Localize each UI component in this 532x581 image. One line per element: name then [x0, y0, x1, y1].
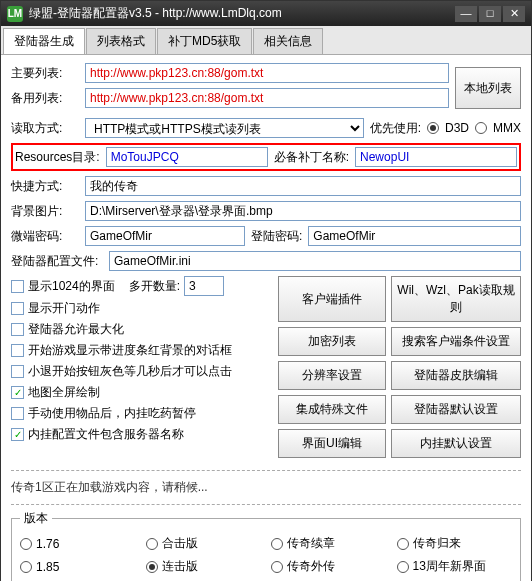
- resources-label: Resources目录:: [15, 149, 100, 166]
- maximize-button[interactable]: □: [479, 6, 501, 22]
- read-mode-label: 读取方式:: [11, 120, 79, 137]
- backup-list-input[interactable]: [85, 88, 449, 108]
- d3d-radio[interactable]: [427, 122, 439, 134]
- guilai-radio[interactable]: [397, 538, 409, 550]
- maximize-checkbox[interactable]: [11, 323, 24, 336]
- micro-pwd-input[interactable]: [85, 226, 245, 246]
- tab-info[interactable]: 相关信息: [253, 28, 323, 54]
- tab-list-format[interactable]: 列表格式: [86, 28, 156, 54]
- patch-input[interactable]: [355, 147, 517, 167]
- heji-label: 合击版: [162, 535, 198, 552]
- guilai-label: 传奇归来: [413, 535, 461, 552]
- v176-label: 1.76: [36, 537, 59, 551]
- skin-editor-button[interactable]: 登陆器皮肤编辑: [391, 361, 521, 390]
- gray-button-checkbox[interactable]: [11, 365, 24, 378]
- mmx-radio[interactable]: [475, 122, 487, 134]
- patch-label: 必备补丁名称:: [274, 149, 349, 166]
- config-servername-checkbox[interactable]: ✓: [11, 428, 24, 441]
- main-list-input[interactable]: [85, 63, 449, 83]
- client-plugin-button[interactable]: 客户端插件: [278, 276, 386, 322]
- plugin-default-button[interactable]: 内挂默认设置: [391, 429, 521, 458]
- anniversary-label: 13周年新界面: [413, 558, 486, 575]
- wil-rules-button[interactable]: Wil、Wzl、Pak读取规则: [391, 276, 521, 322]
- window-title: 绿盟-登陆器配置器v3.5 - http://www.LmDlq.com: [29, 5, 449, 22]
- lianji-label: 连击版: [162, 558, 198, 575]
- config-servername-label: 内挂配置文件包含服务器名称: [28, 426, 184, 443]
- tab-patch-md5[interactable]: 补丁MD5获取: [157, 28, 252, 54]
- progress-dialog-label: 开始游戏显示带进度条红背景的对话框: [28, 342, 232, 359]
- lianji-radio[interactable]: [146, 561, 158, 573]
- shortcut-input[interactable]: [85, 176, 521, 196]
- prefer-label: 优先使用:: [370, 120, 421, 137]
- show1024-label: 显示1024的界面: [28, 278, 115, 295]
- waichuan-label: 传奇外传: [287, 558, 335, 575]
- manual-item-checkbox[interactable]: [11, 407, 24, 420]
- anniversary-radio[interactable]: [397, 561, 409, 573]
- tab-generator[interactable]: 登陆器生成: [3, 28, 85, 54]
- progress-dialog-checkbox[interactable]: [11, 344, 24, 357]
- gray-button-label: 小退开始按钮灰色等几秒后才可以点击: [28, 363, 232, 380]
- login-pwd-input[interactable]: [308, 226, 521, 246]
- app-icon: LM: [7, 6, 23, 22]
- config-input[interactable]: [109, 251, 521, 271]
- search-client-button[interactable]: 搜索客户端条件设置: [391, 327, 521, 356]
- multi-open-input[interactable]: [184, 276, 224, 296]
- version-legend: 版本: [20, 510, 52, 527]
- bg-input[interactable]: [85, 201, 521, 221]
- main-list-label: 主要列表:: [11, 65, 79, 82]
- config-label: 登陆器配置文件:: [11, 253, 103, 270]
- read-mode-select[interactable]: HTTP模式或HTTPS模式读列表: [85, 118, 364, 138]
- shortcut-label: 快捷方式:: [11, 178, 79, 195]
- highlight-box: Resources目录: 必备补丁名称:: [11, 143, 521, 171]
- door-anim-label: 显示开门动作: [28, 300, 100, 317]
- xuzhang-label: 传奇续章: [287, 535, 335, 552]
- mmx-label: MMX: [493, 121, 521, 135]
- micro-pwd-label: 微端密码:: [11, 228, 79, 245]
- titlebar: LM 绿盟-登陆器配置器v3.5 - http://www.LmDlq.com …: [1, 1, 531, 26]
- ui-editor-button[interactable]: 界面UI编辑: [278, 429, 386, 458]
- tab-bar: 登陆器生成 列表格式 补丁MD5获取 相关信息: [1, 26, 531, 55]
- v185-label: 1.85: [36, 560, 59, 574]
- minimize-button[interactable]: —: [455, 6, 477, 22]
- login-pwd-label: 登陆密码:: [251, 228, 302, 245]
- v176-radio[interactable]: [20, 538, 32, 550]
- bg-label: 背景图片:: [11, 203, 79, 220]
- status-text: 传奇1区正在加载游戏内容，请稍候...: [1, 475, 531, 500]
- maximize-label: 登陆器允许最大化: [28, 321, 124, 338]
- resources-input[interactable]: [106, 147, 268, 167]
- default-settings-button[interactable]: 登陆器默认设置: [391, 395, 521, 424]
- fullscreen-map-label: 地图全屏绘制: [28, 384, 100, 401]
- heji-radio[interactable]: [146, 538, 158, 550]
- d3d-label: D3D: [445, 121, 469, 135]
- resolution-button[interactable]: 分辨率设置: [278, 361, 386, 390]
- multi-open-label: 多开数量:: [129, 278, 180, 295]
- fullscreen-map-checkbox[interactable]: ✓: [11, 386, 24, 399]
- close-button[interactable]: ✕: [503, 6, 525, 22]
- xuzhang-radio[interactable]: [271, 538, 283, 550]
- show1024-checkbox[interactable]: [11, 280, 24, 293]
- v185-radio[interactable]: [20, 561, 32, 573]
- backup-list-label: 备用列表:: [11, 90, 79, 107]
- local-list-button[interactable]: 本地列表: [455, 67, 521, 109]
- encrypt-list-button[interactable]: 加密列表: [278, 327, 386, 356]
- manual-item-label: 手动使用物品后，内挂吃药暂停: [28, 405, 196, 422]
- version-fieldset: 版本 1.76 合击版 传奇续章 传奇归来 1.85 连击版 传奇外传 13周年…: [11, 510, 521, 581]
- special-files-button[interactable]: 集成特殊文件: [278, 395, 386, 424]
- waichuan-radio[interactable]: [271, 561, 283, 573]
- door-anim-checkbox[interactable]: [11, 302, 24, 315]
